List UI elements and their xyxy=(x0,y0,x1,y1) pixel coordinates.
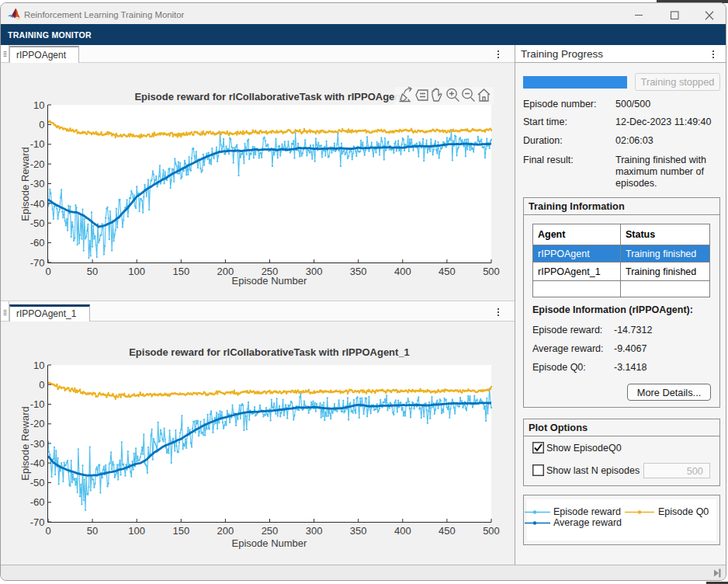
svg-text:-10: -10 xyxy=(30,398,45,410)
svg-text:350: 350 xyxy=(350,525,367,537)
svg-text:Episode Number: Episode Number xyxy=(232,537,307,549)
svg-text:-70: -70 xyxy=(30,257,45,269)
svg-text:-50: -50 xyxy=(30,477,45,488)
svg-text:10: 10 xyxy=(33,360,44,371)
svg-text:-70: -70 xyxy=(30,516,45,528)
svg-text:10: 10 xyxy=(33,99,44,111)
svg-text:500: 500 xyxy=(483,266,500,277)
svg-text:Episode reward for rlCollabora: Episode reward for rlCollaborativeTask w… xyxy=(134,91,404,103)
svg-text:450: 450 xyxy=(439,525,456,537)
svg-text:400: 400 xyxy=(394,525,411,537)
svg-text:300: 300 xyxy=(306,525,323,537)
svg-text:0: 0 xyxy=(39,119,44,130)
svg-text:150: 150 xyxy=(172,266,189,277)
svg-text:-10: -10 xyxy=(30,138,45,150)
svg-text:-20: -20 xyxy=(30,418,45,429)
svg-text:0: 0 xyxy=(45,525,50,537)
svg-text:-20: -20 xyxy=(30,158,45,170)
svg-text:150: 150 xyxy=(172,525,189,537)
svg-text:50: 50 xyxy=(87,266,98,277)
svg-text:Episode Reward: Episode Reward xyxy=(19,406,31,480)
svg-text:0: 0 xyxy=(39,379,44,391)
svg-text:400: 400 xyxy=(394,266,411,277)
svg-text:0: 0 xyxy=(45,266,50,277)
svg-text:250: 250 xyxy=(262,525,279,537)
svg-text:-30: -30 xyxy=(30,438,45,450)
svg-text:350: 350 xyxy=(350,266,367,277)
svg-text:50: 50 xyxy=(87,525,98,537)
svg-text:-60: -60 xyxy=(30,237,45,249)
svg-text:450: 450 xyxy=(439,266,456,277)
svg-text:Episode reward for rlCollabora: Episode reward for rlCollaborativeTask w… xyxy=(129,346,410,358)
svg-text:-40: -40 xyxy=(30,457,45,469)
svg-text:-60: -60 xyxy=(30,496,45,508)
svg-text:500: 500 xyxy=(483,525,500,537)
svg-text:Episode Reward: Episode Reward xyxy=(19,147,31,221)
svg-text:100: 100 xyxy=(128,525,145,537)
svg-text:Episode Number: Episode Number xyxy=(232,275,307,287)
svg-text:-40: -40 xyxy=(30,198,45,210)
svg-text:300: 300 xyxy=(306,266,323,277)
svg-text:-50: -50 xyxy=(30,217,45,229)
svg-text:100: 100 xyxy=(128,266,145,277)
svg-text:-30: -30 xyxy=(30,178,45,189)
svg-text:200: 200 xyxy=(217,525,234,537)
